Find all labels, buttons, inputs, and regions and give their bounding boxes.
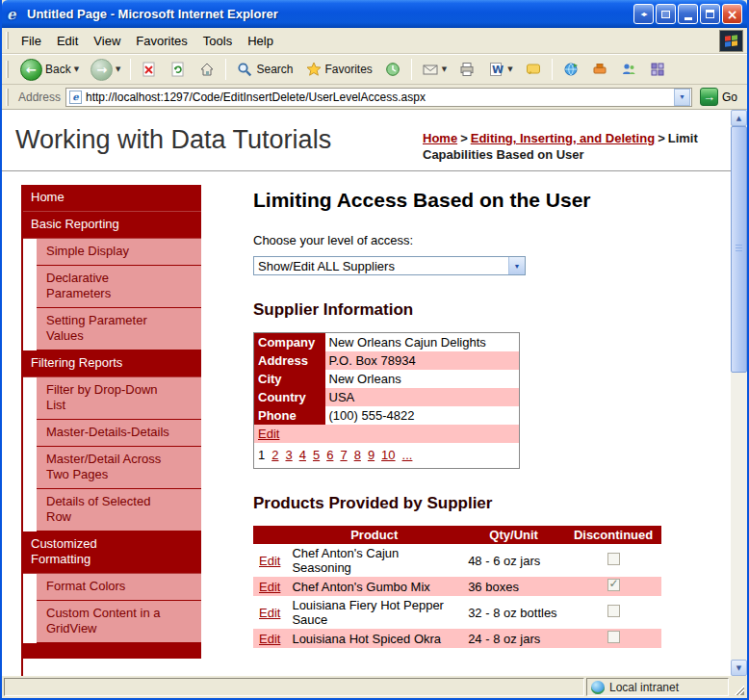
field-value: New Orleans Cajun Delights xyxy=(325,333,520,352)
pager-page-link[interactable]: 7 xyxy=(340,448,347,462)
menu-help[interactable]: Help xyxy=(240,29,281,53)
history-button[interactable] xyxy=(379,58,406,81)
sidebar-item-format-colors[interactable]: Format Colors xyxy=(37,574,201,601)
product-edit-link[interactable]: Edit xyxy=(259,632,280,646)
scroll-down-button[interactable]: ▼ xyxy=(731,660,747,676)
product-qty: 24 - 8 oz jars xyxy=(462,629,565,648)
menu-file[interactable]: File xyxy=(13,29,49,53)
sidebar-item-filter-by-drop-down-list[interactable]: Filter by Drop-Down List xyxy=(37,377,201,420)
sidebar-item-home[interactable]: Home xyxy=(23,185,201,212)
pager-page-link[interactable]: 4 xyxy=(299,448,306,462)
nav-arrows-button[interactable]: ◂▸ xyxy=(633,4,654,24)
vertical-scrollbar[interactable]: ▲ ▼ xyxy=(731,110,747,676)
table-row: Address P.O. Box 78934 xyxy=(254,351,520,370)
breadcrumb-separator: > xyxy=(658,131,665,145)
toolbar-grip[interactable] xyxy=(6,61,9,78)
table-row: Company New Orleans Cajun Delights xyxy=(254,333,520,352)
go-button[interactable]: → Go xyxy=(697,86,743,108)
supplier-edit-link[interactable]: Edit xyxy=(258,427,279,441)
discontinued-checkbox[interactable] xyxy=(607,579,620,591)
favorites-button[interactable]: Favorites xyxy=(300,58,377,81)
close-button[interactable]: × xyxy=(722,4,742,24)
sidebar-item-declarative-parameters[interactable]: Declarative Parameters xyxy=(37,266,201,308)
menu-tools[interactable]: Tools xyxy=(195,29,240,53)
sidebar-item-simple-display[interactable]: Simple Display xyxy=(37,239,201,266)
sidebar-item-filtering-reports[interactable]: Filtering Reports xyxy=(23,350,201,377)
tiles-button[interactable] xyxy=(644,58,671,81)
sidebar-item-master-details-details[interactable]: Master-Details-Details xyxy=(37,420,201,447)
product-edit-link[interactable]: Edit xyxy=(259,580,280,594)
page-header: Working with Data Tutorials Home>Editing… xyxy=(2,110,731,170)
intranet-zone-icon xyxy=(591,681,605,694)
stop-button[interactable] xyxy=(136,58,163,81)
discuss-button[interactable] xyxy=(520,58,547,81)
select-dropdown-button[interactable]: ▼ xyxy=(508,257,525,274)
sidebar-item-master-detail-across-two-pages[interactable]: Master/Detail Across Two Pages xyxy=(37,447,201,489)
pager-page-link[interactable]: 5 xyxy=(313,448,320,462)
sidebar-item-customized-formatting[interactable]: Customized Formatting xyxy=(23,531,201,574)
table-row: Country USA xyxy=(254,388,520,406)
pager-page-link[interactable]: 10 xyxy=(381,448,395,462)
search-button[interactable]: Search xyxy=(231,58,297,81)
address-dropdown-button[interactable]: ▼ xyxy=(674,89,690,106)
field-label: City xyxy=(254,370,325,388)
breadcrumb-link-editing[interactable]: Editing, Inserting, and Deleting xyxy=(471,131,655,145)
maximize-button[interactable] xyxy=(700,4,720,24)
printer-icon xyxy=(458,61,476,78)
highlight-button[interactable] xyxy=(586,58,613,81)
toolbar-separator xyxy=(130,59,131,80)
pager-page-link[interactable]: 9 xyxy=(368,448,374,462)
scroll-up-button[interactable]: ▲ xyxy=(731,110,747,126)
print-button[interactable] xyxy=(453,58,480,81)
messenger-button[interactable] xyxy=(615,58,642,81)
discontinued-checkbox[interactable] xyxy=(607,605,620,617)
pager-ellipsis-link[interactable]: ... xyxy=(402,448,413,462)
field-label: Company xyxy=(254,333,325,352)
toolbar-grip[interactable] xyxy=(6,89,9,106)
minimize-button[interactable] xyxy=(678,4,698,24)
web-page: Working with Data Tutorials Home>Editing… xyxy=(2,110,731,676)
breadcrumb-link-home[interactable]: Home xyxy=(423,131,457,145)
access-level-select[interactable]: Show/Edit ALL Suppliers ▼ xyxy=(253,256,526,275)
product-edit-link[interactable]: Edit xyxy=(259,554,280,568)
window-button[interactable] xyxy=(656,4,676,24)
search-label: Search xyxy=(256,63,293,76)
toolbar-grip[interactable] xyxy=(6,32,9,49)
menu-edit[interactable]: Edit xyxy=(49,29,86,53)
product-edit-link[interactable]: Edit xyxy=(259,606,280,620)
close-icon: × xyxy=(727,7,738,22)
pager-page-link[interactable]: 2 xyxy=(271,448,278,462)
forward-button[interactable]: → ▼ xyxy=(86,56,125,84)
discontinued-checkbox[interactable] xyxy=(607,631,620,643)
edit-button[interactable]: W ▼ xyxy=(482,58,517,81)
sidebar-nav: Home Basic Reporting Simple Display Decl… xyxy=(21,185,201,676)
pager: 12345678910... xyxy=(254,443,520,469)
product-column-header: Product xyxy=(286,526,462,544)
menu-view[interactable]: View xyxy=(86,29,128,53)
resize-grip[interactable] xyxy=(731,678,745,696)
go-arrow-icon: → xyxy=(700,88,718,106)
access-level-label: Choose your level of access: xyxy=(253,233,715,247)
home-button[interactable] xyxy=(194,58,220,81)
field-label: Address xyxy=(254,351,325,370)
discontinued-column-header: Discontinued xyxy=(565,526,661,544)
sidebar-item-basic-reporting[interactable]: Basic Reporting xyxy=(23,212,201,239)
pager-page-link[interactable]: 6 xyxy=(326,448,333,462)
discontinued-checkbox[interactable] xyxy=(607,553,620,565)
sidebar-item-details-of-selected-row[interactable]: Details of Selected Row xyxy=(37,489,201,531)
address-input[interactable]: e http://localhost:1297/Code/EditInsertD… xyxy=(65,88,692,107)
back-button[interactable]: ← Back ▼ xyxy=(15,56,84,84)
pager-page-link[interactable]: 8 xyxy=(354,448,361,462)
sidebar-item-setting-parameter-values[interactable]: Setting Parameter Values xyxy=(37,308,201,350)
scrollbar-thumb[interactable] xyxy=(731,126,747,373)
sidebar-item-custom-content-gridview[interactable]: Custom Content in a GridView xyxy=(37,601,201,643)
sync-button[interactable] xyxy=(557,58,584,81)
menu-favorites[interactable]: Favorites xyxy=(128,29,194,53)
mail-button[interactable]: ▼ xyxy=(417,58,452,81)
pager-page-link[interactable]: 3 xyxy=(285,448,292,462)
breadcrumb-separator: > xyxy=(460,131,468,145)
forward-icon: → xyxy=(90,59,113,81)
chevron-down-icon: ▼ xyxy=(116,65,120,73)
refresh-button[interactable] xyxy=(165,58,192,81)
sidebar-item-clipped[interactable] xyxy=(23,643,201,659)
